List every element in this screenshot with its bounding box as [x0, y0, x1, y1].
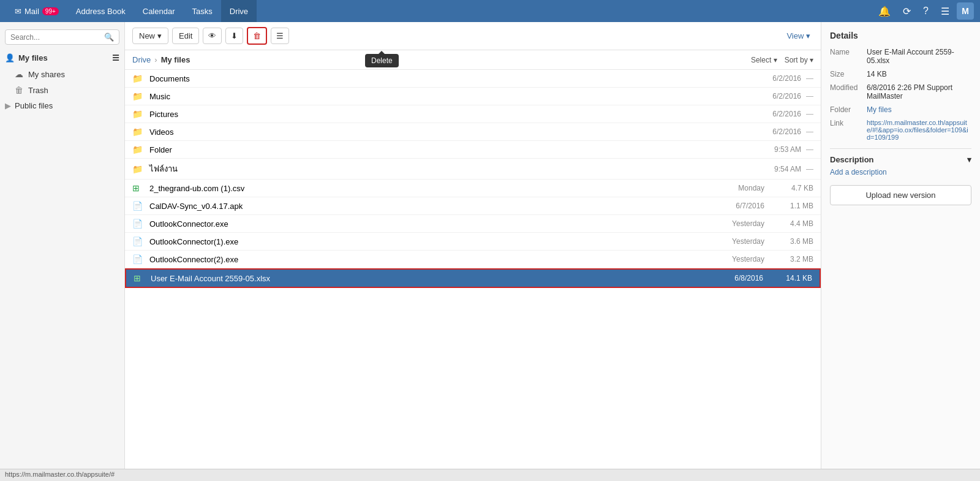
details-modified-label: Modified [830, 83, 867, 100]
table-row[interactable]: 📁 ไฟล์งาน 9:54 AM — [125, 159, 821, 180]
hamburger-icon[interactable]: ☰ [112, 53, 119, 62]
table-row[interactable]: 📄 OutlookConnector.exe Yesterday 4.4 MB [125, 215, 821, 233]
file-date: Monday [703, 184, 764, 192]
menu-icon[interactable]: ☰ [936, 3, 954, 20]
edit-button[interactable]: Edit [172, 28, 199, 44]
file-date: 9:53 AM [740, 145, 801, 154]
details-name-value: User E-Mail Account 2559-05.xlsx [867, 48, 971, 65]
nav-mail[interactable]: ✉ Mail 99+ [6, 0, 67, 22]
file-date: Yesterday [703, 237, 764, 246]
sidebar: 🔍 👤 My files ☰ ☁ My shares 🗑 Trash ▶ Pub… [0, 22, 125, 481]
mail-badge: 99+ [42, 7, 59, 15]
eye-icon: 👁 [208, 31, 216, 40]
file-size: — [801, 165, 813, 173]
refresh-icon[interactable]: ⟳ [898, 3, 916, 20]
details-folder-label: Folder [830, 105, 867, 114]
top-nav-right: 🔔 ⟳ ? ☰ M [873, 2, 974, 20]
table-row[interactable]: 📄 OutlookConnector(2).exe Yesterday 3.2 … [125, 251, 821, 268]
nav-tasks[interactable]: Tasks [184, 0, 221, 22]
file-date: 6/2/2016 [740, 127, 801, 136]
file-date: 6/2/2016 [740, 74, 801, 83]
table-row[interactable]: 📁 Documents 6/2/2016 — [125, 70, 821, 88]
file-name: Folder [149, 145, 740, 154]
upload-new-version-button[interactable]: Upload new version [830, 185, 971, 205]
more-icon: ☰ [276, 31, 284, 40]
file-name: Music [149, 92, 740, 101]
file-list: 📁 Documents 6/2/2016 — 📁 Music 6/2/2016 … [125, 70, 821, 481]
details-folder-value[interactable]: My files [867, 105, 971, 114]
sidebar-item-public-files[interactable]: ▶ Public files [0, 98, 124, 113]
file-name: ไฟล์งาน [149, 162, 740, 175]
folder-icon: 📁 [132, 74, 145, 83]
file-size: 4.4 MB [764, 219, 813, 228]
download-button[interactable]: ⬇ [225, 28, 243, 44]
file-name: CalDAV-Sync_v0.4.17.apk [149, 202, 703, 211]
view-toggle-button[interactable]: View ▾ [783, 28, 813, 44]
details-size-label: Size [830, 70, 867, 78]
file-name: Videos [149, 127, 740, 137]
delete-button[interactable]: 🗑 [247, 27, 267, 45]
details-size-value: 14 KB [867, 70, 971, 78]
trash-icon: 🗑 [253, 31, 261, 40]
details-panel: Details Name User E-Mail Account 2559-05… [821, 22, 980, 481]
details-link-value[interactable]: https://m.mailmaster.co.th/appsuite/#!&a… [867, 119, 971, 141]
sidebar-item-my-shares[interactable]: ☁ My shares [0, 66, 124, 82]
user-avatar[interactable]: M [957, 2, 974, 20]
details-modified-value: 6/8/2016 2:26 PM Support MailMaster [867, 83, 971, 100]
file-name: OutlookConnector(2).exe [149, 255, 703, 264]
main-layout: 🔍 👤 My files ☰ ☁ My shares 🗑 Trash ▶ Pub… [0, 22, 980, 481]
file-date: 9:54 AM [740, 165, 801, 173]
description-toggle-icon[interactable]: ▾ [967, 155, 971, 164]
dropdown-arrow-icon: ▾ [157, 31, 162, 40]
file-size: 1.1 MB [764, 202, 813, 210]
table-row[interactable]: 📄 CalDAV-Sync_v0.4.17.apk 6/7/2016 1.1 M… [125, 197, 821, 215]
xlsx-icon: ⊞ [134, 273, 146, 283]
cloud-icon: ☁ [15, 69, 23, 79]
breadcrumb-root[interactable]: Drive [132, 55, 151, 64]
my-files-header[interactable]: 👤 My files ☰ [0, 50, 124, 66]
table-row[interactable]: ⊞ User E-Mail Account 2559-05.xlsx 6/8/2… [125, 268, 821, 288]
table-row[interactable]: 📄 OutlookConnector(1).exe Yesterday 3.6 … [125, 233, 821, 251]
details-name-label: Name [830, 48, 867, 65]
file-size: — [801, 110, 813, 118]
description-header: Description ▾ [830, 148, 971, 164]
folder-icon: 📁 [132, 145, 145, 154]
new-button[interactable]: New ▾ [132, 28, 168, 44]
sort-arrow-icon: ▾ [810, 56, 813, 64]
details-link-label: Link [830, 119, 867, 141]
nav-calendar[interactable]: Calendar [134, 0, 184, 22]
table-row[interactable]: 📁 Music 6/2/2016 — [125, 88, 821, 105]
help-icon[interactable]: ? [918, 3, 933, 19]
sort-button[interactable]: Sort by ▾ [785, 56, 813, 64]
file-date: Yesterday [703, 255, 764, 263]
table-row[interactable]: 📁 Folder 9:53 AM — [125, 141, 821, 159]
folder-icon: 📁 [132, 91, 145, 101]
arrow-right-icon: ▶ [5, 101, 11, 110]
breadcrumb: Drive › My files Select ▾ Sort by ▾ [125, 50, 821, 70]
nav-drive[interactable]: Drive [221, 0, 257, 22]
search-container[interactable]: 🔍 [5, 29, 119, 45]
select-button[interactable]: Select ▾ [751, 56, 777, 64]
table-row[interactable]: 📁 Pictures 6/2/2016 — [125, 105, 821, 123]
view-button[interactable]: 👁 [203, 28, 222, 44]
breadcrumb-right: Select ▾ Sort by ▾ [751, 56, 813, 64]
top-navigation: ✉ Mail 99+ Address Book Calendar Tasks D… [0, 0, 980, 22]
search-icon: 🔍 [104, 32, 114, 42]
more-button[interactable]: ☰ [271, 28, 289, 44]
table-row[interactable]: 📁 Videos 6/2/2016 — [125, 123, 821, 141]
add-description-link[interactable]: Add a description [830, 168, 971, 176]
file-name: User E-Mail Account 2559-05.xlsx [151, 274, 702, 283]
table-row[interactable]: ⊞ 2_thegrand-ub.com (1).csv Monday 4.7 K… [125, 180, 821, 197]
sidebar-item-trash[interactable]: 🗑 Trash [0, 82, 124, 98]
notifications-icon[interactable]: 🔔 [873, 3, 895, 20]
user-icon: 👤 [5, 53, 15, 62]
csv-icon: ⊞ [132, 183, 145, 193]
folder-icon: 📁 [132, 164, 145, 174]
file-size: 4.7 KB [764, 184, 813, 192]
file-name: OutlookConnector(1).exe [149, 237, 703, 246]
file-name: OutlookConnector.exe [149, 219, 703, 229]
nav-addressbook[interactable]: Address Book [67, 0, 134, 22]
details-title: Details [830, 31, 971, 40]
folder-icon: 📁 [132, 109, 145, 119]
search-input[interactable] [10, 33, 104, 42]
